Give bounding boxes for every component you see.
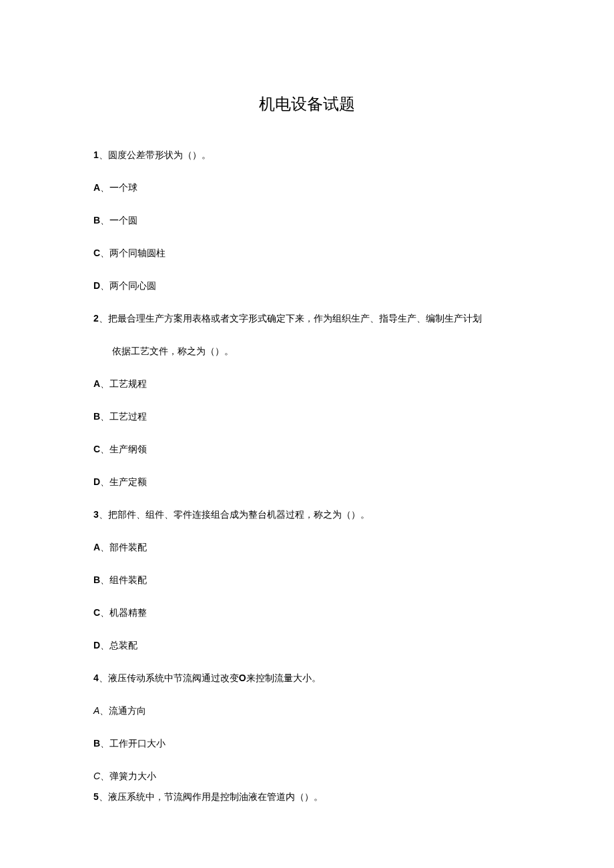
option-label: C	[93, 444, 100, 454]
question-text: 、液压系统中，节流阀作用是控制油液在管道内（）。	[99, 792, 323, 802]
document-page: 机电设备试题 1、圆度公差带形状为（）。 A、一个球 B、一个圆 C、两个同轴圆…	[0, 0, 614, 804]
question-text: 、把最合理生产方案用表格或者文字形式确定下来，作为组织生产、指导生产、编制生产计…	[99, 314, 482, 324]
question-5: 5、液压系统中，节流阀作用是控制油液在管道内（）。	[93, 790, 521, 804]
option-3-d: D、总装配	[93, 638, 521, 653]
option-text: 、工艺规程	[100, 379, 147, 389]
question-text: 、液压传动系统中节流阀通过改变	[99, 673, 239, 683]
option-1-c: C、两个同轴圆柱	[93, 246, 521, 260]
question-text: 依据工艺文件，称之为（）。	[112, 346, 234, 356]
option-3-a: A、部件装配	[93, 540, 521, 554]
option-text: 、工艺过程	[100, 412, 147, 422]
option-label: B	[93, 411, 100, 422]
option-label: C	[93, 607, 100, 618]
option-label: A	[93, 378, 100, 389]
option-text: 、一个圆	[100, 215, 137, 226]
option-text: 、一个球	[100, 183, 137, 193]
question-text: 来控制流量大小。	[246, 673, 321, 683]
option-text: 、组件装配	[100, 575, 147, 585]
option-2-d: D、生产定额	[93, 475, 521, 489]
question-bold-part: O	[239, 673, 246, 683]
option-label: B	[93, 215, 100, 226]
option-2-a: A、工艺规程	[93, 377, 521, 391]
document-title: 机电设备试题	[93, 93, 521, 115]
option-4-b: B、工作开口大小	[93, 737, 521, 751]
option-label: B	[93, 738, 100, 749]
option-text: 、弹簧力大小	[100, 771, 156, 781]
option-3-c: C、机器精整	[93, 606, 521, 620]
option-text: 、两个同心圆	[100, 281, 156, 291]
question-text: 、把部件、组件、零件连接组合成为整台机器过程，称之为（）。	[99, 510, 370, 520]
option-4-a: A、流通方向	[93, 704, 521, 718]
option-3-b: B、组件装配	[93, 573, 521, 587]
option-label: D	[93, 280, 100, 291]
option-label: A	[93, 705, 99, 716]
option-text: 、总装配	[100, 640, 137, 650]
option-4-c: C、弹簧力大小	[93, 769, 521, 783]
option-label: A	[93, 542, 100, 552]
option-1-a: A、一个球	[93, 181, 521, 195]
question-number: 4	[93, 673, 99, 683]
option-2-b: B、工艺过程	[93, 410, 521, 424]
option-1-b: B、一个圆	[93, 213, 521, 228]
option-label: C	[93, 771, 100, 781]
option-text: 、部件装配	[100, 542, 147, 552]
question-text: 、圆度公差带形状为（）。	[99, 150, 211, 160]
question-2: 2、把最合理生产方案用表格或者文字形式确定下来，作为组织生产、指导生产、编制生产…	[93, 312, 521, 326]
option-1-d: D、两个同心圆	[93, 279, 521, 293]
question-number: 5	[93, 791, 99, 802]
question-number: 3	[93, 509, 99, 520]
option-label: C	[93, 248, 100, 258]
question-3: 3、把部件、组件、零件连接组合成为整台机器过程，称之为（）。	[93, 508, 521, 522]
option-label: D	[93, 476, 100, 487]
option-text: 、生产纲领	[100, 444, 147, 454]
option-label: B	[93, 574, 100, 585]
option-text: 、流通方向	[99, 706, 146, 716]
option-2-c: C、生产纲领	[93, 442, 521, 456]
option-text: 、两个同轴圆柱	[100, 248, 166, 258]
option-label: D	[93, 640, 100, 650]
question-2-cont: 依据工艺文件，称之为（）。	[93, 344, 521, 358]
question-1: 1、圆度公差带形状为（）。	[93, 148, 521, 162]
question-number: 2	[93, 313, 99, 324]
option-text: 、工作开口大小	[100, 739, 166, 749]
question-number: 1	[93, 149, 99, 160]
option-label: A	[93, 182, 100, 193]
option-text: 、机器精整	[100, 608, 147, 618]
question-4: 4、液压传动系统中节流阀通过改变O来控制流量大小。	[93, 671, 521, 685]
option-text: 、生产定额	[100, 477, 147, 487]
